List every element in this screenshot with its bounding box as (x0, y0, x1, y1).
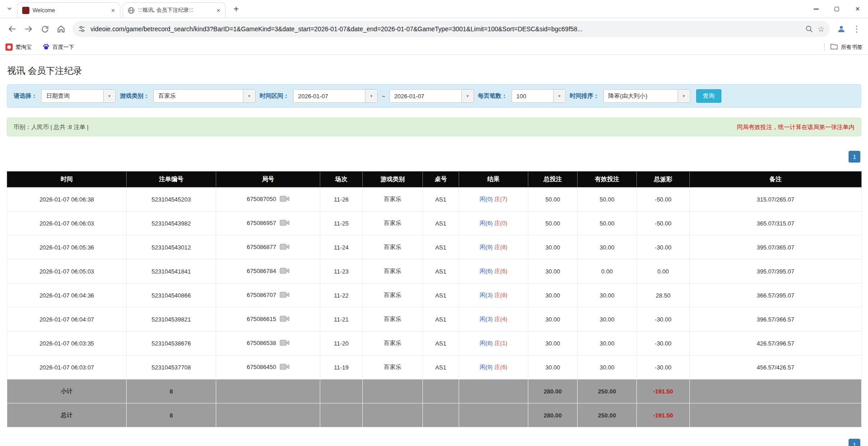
note: 315.07/265.07 (690, 187, 862, 211)
window-controls: × (806, 0, 868, 18)
new-tab-button[interactable]: + (230, 3, 242, 15)
table-no: AS1 (423, 259, 459, 283)
round-cell: 675086615 (216, 307, 320, 331)
chevron-down-icon[interactable]: ▼ (365, 90, 377, 102)
query-button[interactable]: 查询 (696, 89, 721, 103)
total-bet-link[interactable]: 30.00 (528, 331, 578, 355)
date-end-input[interactable]: 2026-01-07 ▼ (389, 89, 474, 103)
back-button[interactable] (5, 21, 20, 37)
total-bet-link[interactable]: 50.00 (528, 187, 578, 211)
video-replay-icon[interactable] (280, 315, 289, 324)
total-bet-link[interactable]: 30.00 (528, 283, 578, 307)
bet-time: 2026-01-07 06:05:36 (7, 235, 127, 259)
col-time: 时间 (7, 172, 127, 187)
date-range-label: 时间区间： (260, 92, 289, 100)
url-text[interactable]: videoie.com/game/betrecord_search/kind3?… (90, 25, 801, 33)
page-title: 视讯 会员下注纪录 (7, 65, 861, 77)
chevron-down-icon[interactable]: ▼ (461, 90, 474, 102)
home-button[interactable] (53, 21, 69, 37)
tab-betrecord[interactable]: :::视讯, 会员下注纪录::: × (123, 2, 226, 18)
bet-time: 2026-01-07 06:03:07 (7, 355, 127, 379)
chevron-down-icon[interactable]: ▼ (103, 90, 115, 102)
browser-tab-strip: Welcome × :::视讯, 会员下注纪录::: × + × (0, 0, 868, 18)
total-bet-link[interactable]: 30.00 (528, 355, 578, 379)
profile-button[interactable] (834, 21, 849, 37)
sort-label: 时间排序： (570, 92, 599, 100)
game-kind: 百家乐 (363, 235, 423, 259)
site-settings-icon[interactable] (78, 25, 86, 33)
video-replay-icon[interactable] (280, 195, 289, 204)
total-bet-link[interactable]: 30.00 (528, 307, 578, 331)
query-type-select[interactable]: 日期查询 ▼ (41, 89, 116, 103)
per-page-select[interactable]: 100 ▼ (512, 89, 566, 103)
bookmark-star-icon[interactable]: ☆ (818, 25, 825, 33)
player-result: 闲(8) (479, 340, 493, 346)
subtotal-total-bet: 280.00 (528, 379, 578, 403)
chevron-down-icon[interactable]: ▼ (678, 90, 690, 102)
tab-search-button[interactable] (4, 3, 15, 15)
tab-title: Welcome (33, 7, 106, 14)
tab-close-icon[interactable]: × (109, 6, 117, 14)
game-kind: 百家乐 (363, 211, 423, 235)
date-start-input[interactable]: 2026-01-07 ▼ (293, 89, 378, 103)
note: 395.07/365.07 (690, 235, 862, 259)
select-type-label: 请选择： (14, 92, 37, 100)
bet-time: 2026-01-07 06:06:38 (7, 187, 127, 211)
game-kind: 百家乐 (363, 259, 423, 283)
forward-button[interactable] (21, 21, 36, 37)
total-bet-link[interactable]: 30.00 (528, 235, 578, 259)
bet-id: 523104543012 (127, 235, 216, 259)
note: 396.57/366.57 (690, 307, 862, 331)
payout: 28.50 (637, 283, 690, 307)
player-result: 闲(0) (479, 196, 493, 202)
subtotal-count: 8 (127, 379, 216, 403)
total-bet-link[interactable]: 30.00 (528, 259, 578, 283)
close-window-button[interactable]: × (847, 0, 868, 18)
video-replay-icon[interactable] (280, 243, 289, 252)
grand-total-payout: -191.50 (637, 403, 690, 427)
banker-result: 庄(7) (494, 196, 508, 202)
bookmark-baidu[interactable]: 百度一下 (43, 43, 74, 52)
zoom-icon[interactable] (805, 25, 813, 33)
chevron-down-icon[interactable]: ▼ (243, 90, 255, 102)
address-bar[interactable]: videoie.com/game/betrecord_search/kind3?… (72, 21, 830, 37)
pagination-page-1[interactable]: 1 (849, 151, 860, 163)
reload-button[interactable] (37, 21, 52, 37)
video-replay-icon[interactable] (280, 363, 289, 372)
valid-bet: 30.00 (578, 283, 637, 307)
sort-select[interactable]: 降幂(由大到小) ▼ (603, 89, 690, 103)
pagination-page-1-bottom[interactable]: 1 (849, 439, 860, 446)
minimize-button[interactable] (806, 0, 826, 18)
maximize-icon (835, 7, 839, 11)
banker-result: 庄(8) (494, 244, 508, 250)
grand-total-row: 总计 8 280.00 250.00 -191.50 (7, 403, 862, 427)
reload-icon (41, 25, 49, 34)
bet-id: 523104539821 (127, 307, 216, 331)
date-start-value: 2026-01-07 (294, 90, 365, 102)
all-bookmarks-button[interactable]: 所有书签 (830, 43, 863, 52)
game-kind-select[interactable]: 百家乐 ▼ (153, 89, 256, 103)
round-number: 675087050 (247, 195, 276, 202)
game-kind: 百家乐 (363, 307, 423, 331)
tab-close-icon[interactable]: × (214, 6, 223, 14)
video-replay-icon[interactable] (280, 219, 289, 228)
video-replay-icon[interactable] (280, 291, 289, 300)
back-icon (8, 24, 17, 34)
valid-bet-note: 同局有效投注，统一计算在该局第一张注单内 (737, 123, 854, 131)
session: 11-20 (320, 331, 363, 355)
bet-time: 2026-01-07 06:04:07 (7, 307, 127, 331)
maximize-button[interactable] (826, 0, 847, 18)
total-bet-link[interactable]: 50.00 (528, 211, 578, 235)
round-number: 675086538 (247, 339, 276, 346)
chevron-down-icon[interactable]: ▼ (553, 90, 565, 102)
welcome-favicon (22, 7, 29, 14)
tab-welcome[interactable]: Welcome × (17, 2, 120, 18)
round-cell: 675087050 (216, 187, 320, 211)
payout: -30.00 (637, 331, 690, 355)
video-replay-icon[interactable] (280, 339, 289, 348)
video-replay-icon[interactable] (280, 267, 289, 276)
table-row: 2026-01-07 06:04:36 523104540866 6750867… (7, 283, 862, 307)
browser-menu-button[interactable]: ⋮ (850, 24, 863, 34)
bookmark-taobao[interactable]: 爱淘宝 (5, 43, 32, 51)
globe-icon (128, 7, 135, 14)
